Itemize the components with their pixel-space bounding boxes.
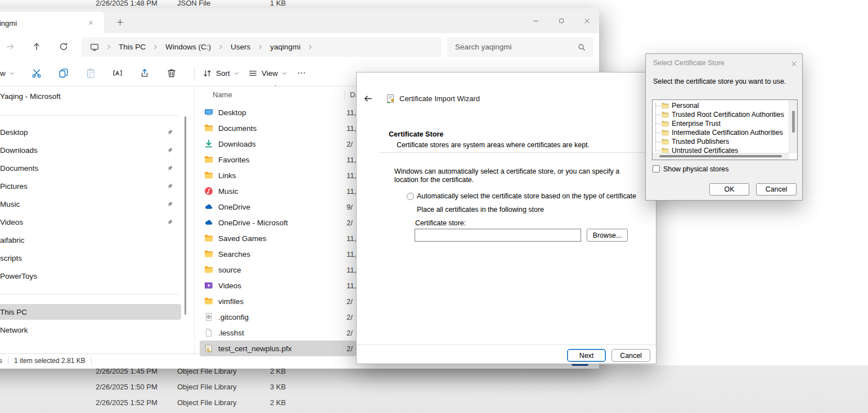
up-button[interactable] bbox=[27, 37, 46, 56]
wizard-cancel-button[interactable]: Cancel bbox=[611, 349, 650, 362]
close-icon bbox=[584, 18, 590, 24]
desktop-icon bbox=[204, 108, 213, 117]
breadcrumb[interactable]: This PCWindows (C:)Usersyaqingmi bbox=[82, 37, 442, 57]
file-date-fragment: 11, bbox=[347, 250, 356, 258]
certificate-store-tree[interactable]: PersonalTrusted Root Certification Autho… bbox=[652, 99, 798, 160]
file-row[interactable]: test_cert_newplus.pfx2/ bbox=[200, 341, 356, 356]
dialog-instruction: Select the certificate store you want to… bbox=[653, 78, 786, 85]
file-name: Saved Games bbox=[218, 234, 347, 243]
file-date-fragment: 2/ bbox=[347, 140, 356, 148]
tree-item-trusted-publishers[interactable]: Trusted Publishers bbox=[655, 137, 788, 146]
sidebar-item-network[interactable]: Network bbox=[0, 322, 181, 338]
background-file-row: 2/26/2025 1:52 PMObject File Library2 KB bbox=[0, 397, 868, 410]
file-row[interactable]: .lesshst2/ bbox=[200, 325, 356, 341]
file-row[interactable]: Documents11, bbox=[200, 120, 356, 136]
search-input[interactable]: Search yaqingmi bbox=[447, 37, 593, 57]
file-row[interactable]: Music11, bbox=[200, 183, 356, 199]
sidebar-item-downloads[interactable]: Downloads bbox=[0, 142, 181, 158]
breadcrumb-segment[interactable]: Windows (C:) bbox=[165, 43, 211, 51]
ok-button[interactable]: OK bbox=[709, 183, 749, 196]
dialog-close-button[interactable] bbox=[788, 57, 800, 70]
file-row[interactable]: OneDrive - Microsoft2/ bbox=[200, 215, 356, 230]
next-button[interactable]: Next bbox=[567, 349, 606, 362]
pin-icon bbox=[167, 201, 173, 207]
radio-automatic-store[interactable] bbox=[407, 193, 414, 200]
close-window-button[interactable] bbox=[575, 15, 599, 27]
certificate-store-input[interactable] bbox=[415, 229, 581, 242]
minimize-button[interactable] bbox=[523, 15, 548, 27]
tree-vertical-scrollbar[interactable] bbox=[789, 100, 797, 153]
file-row[interactable]: Saved Games11, bbox=[200, 230, 356, 246]
sidebar-item-scripts[interactable]: scripts bbox=[0, 250, 181, 266]
column-separator[interactable] bbox=[344, 90, 345, 101]
tree-item-untrusted-certificates[interactable]: Untrusted Certificates bbox=[655, 146, 788, 153]
file-row[interactable]: Links11, bbox=[200, 167, 356, 183]
breadcrumb-segment[interactable]: Users bbox=[231, 43, 250, 51]
show-physical-stores-label[interactable]: Show physical stores bbox=[663, 165, 728, 173]
folder-icon bbox=[662, 147, 669, 153]
file-row[interactable]: Desktop11, bbox=[200, 105, 356, 120]
tree-item-trusted-root-certification-authorities[interactable]: Trusted Root Certification Authorities bbox=[655, 110, 788, 119]
file-row[interactable]: vimfiles2/ bbox=[200, 293, 356, 309]
file-row[interactable]: .gitconfig2/ bbox=[200, 309, 356, 325]
more-button[interactable] bbox=[291, 63, 312, 83]
certificate-wizard-icon bbox=[386, 94, 395, 103]
tree-horizontal-scrollbar[interactable] bbox=[653, 153, 789, 160]
file-name: Desktop bbox=[218, 108, 347, 117]
show-physical-stores-checkbox[interactable] bbox=[653, 165, 660, 173]
tab-yaqingmi[interactable]: yaqingmi bbox=[0, 12, 104, 33]
new-button-fragment[interactable]: w bbox=[0, 63, 19, 83]
forward-arrow-icon bbox=[6, 42, 15, 51]
breadcrumb-segment[interactable]: This PC bbox=[119, 43, 146, 51]
forward-button[interactable] bbox=[1, 37, 20, 56]
dialog-cancel-button[interactable]: Cancel bbox=[756, 183, 797, 196]
cut-button[interactable] bbox=[26, 63, 47, 83]
tree-connector bbox=[655, 128, 660, 137]
view-button[interactable]: View bbox=[244, 63, 291, 83]
sidebar-item-pictures[interactable]: Pictures bbox=[0, 178, 181, 194]
file-row[interactable]: source11, bbox=[200, 262, 356, 278]
tab-close-button[interactable] bbox=[84, 16, 97, 29]
file-row[interactable]: Downloads2/ bbox=[200, 136, 356, 152]
browse-button[interactable]: Browse... bbox=[587, 229, 628, 242]
folder-icon bbox=[204, 171, 213, 180]
tree-item-intermediate-certification-authorities[interactable]: Intermediate Certification Authorities bbox=[655, 128, 788, 137]
sidebar-item-yaqing-microsoft[interactable]: Yaqing - Microsoft bbox=[0, 88, 181, 104]
paste-button[interactable] bbox=[80, 63, 101, 83]
scrollbar-thumb[interactable] bbox=[792, 111, 795, 133]
background-row-date: 2/26/2025 1:48 PM bbox=[96, 0, 158, 7]
breadcrumb-segment[interactable]: yaqingmi bbox=[270, 43, 300, 51]
maximize-button[interactable] bbox=[549, 15, 574, 27]
new-tab-button[interactable] bbox=[114, 16, 126, 28]
file-row[interactable]: Searches11, bbox=[200, 246, 356, 262]
sidebar-item-videos[interactable]: Videos bbox=[0, 214, 181, 230]
file-row[interactable]: Favorites11, bbox=[200, 152, 356, 167]
sidebar-item-music[interactable]: Music bbox=[0, 196, 181, 212]
wizard-title: Certificate Import Wizard bbox=[399, 94, 480, 103]
share-button[interactable] bbox=[134, 63, 155, 83]
sidebar-scrollbar[interactable] bbox=[185, 116, 186, 315]
sidebar-item-powertoys[interactable]: PowerToys bbox=[0, 268, 181, 284]
radio-automatic-store-label[interactable]: Automatically select the certificate sto… bbox=[417, 192, 636, 200]
column-header-name[interactable]: Name bbox=[213, 90, 232, 99]
file-row[interactable]: OneDrive9/ bbox=[200, 199, 356, 215]
file-name: Favorites bbox=[218, 156, 347, 164]
wizard-back-button[interactable] bbox=[358, 89, 377, 108]
sidebar-item-desktop[interactable]: Desktop bbox=[0, 124, 181, 140]
certificate-store-field-label: Certificate store: bbox=[415, 219, 466, 227]
refresh-button[interactable] bbox=[54, 37, 73, 56]
tree-item-enterprise-trust[interactable]: Enterprise Trust bbox=[655, 119, 788, 128]
file-row[interactable]: Videos11, bbox=[200, 278, 356, 293]
rename-button[interactable] bbox=[107, 63, 128, 83]
sidebar-item-documents[interactable]: Documents bbox=[0, 160, 181, 176]
scrollbar-thumb[interactable] bbox=[659, 155, 782, 157]
sidebar-item-this-pc[interactable]: This PC bbox=[0, 304, 181, 320]
sidebar-item-aifabric[interactable]: aifabric bbox=[0, 232, 181, 248]
delete-button[interactable] bbox=[161, 63, 182, 83]
sort-button[interactable]: Sort bbox=[198, 63, 244, 83]
file-name: Searches bbox=[218, 250, 347, 258]
copy-button[interactable] bbox=[53, 63, 74, 83]
dialog-title: Select Certificate Store bbox=[653, 59, 725, 67]
tree-item-personal[interactable]: Personal bbox=[655, 101, 788, 110]
radio-place-in-store-label[interactable]: Place all certificates in the following … bbox=[417, 206, 544, 214]
